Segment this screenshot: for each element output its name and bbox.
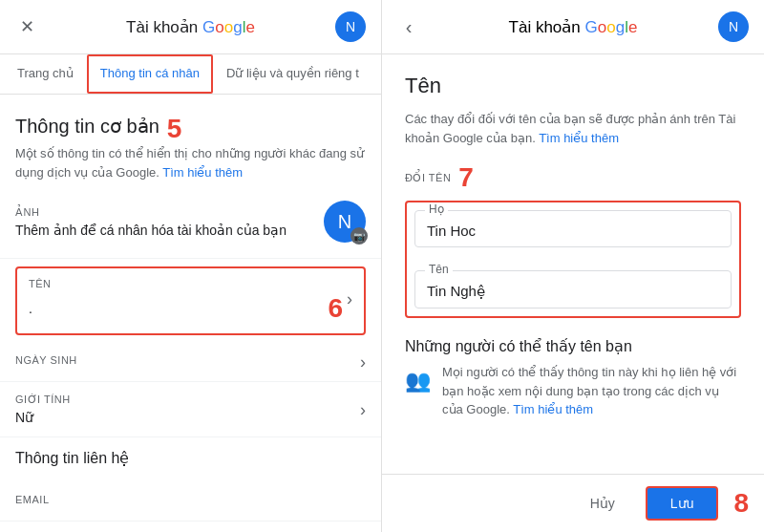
photo-left: ẢNH Thêm ảnh để cá nhân hóa tài khoản củ… xyxy=(15,206,286,238)
right-content: Tên Các thay đổi đối với tên của bạn sẽ … xyxy=(382,54,764,474)
person-group-icon: 👥 xyxy=(405,365,431,396)
photo-desc: Thêm ảnh để cá nhân hóa tài khoản của bạ… xyxy=(15,223,286,238)
right-desc-link[interactable]: Tìm hiểu thêm xyxy=(539,131,619,145)
step-7-badge: 7 xyxy=(458,162,474,193)
visibility-section: Những người có thể thấy tên bạn 👥 Mọi ng… xyxy=(405,337,741,419)
email-label: EMAIL xyxy=(15,494,366,505)
ten-arrow-icon: › xyxy=(347,288,352,309)
title-prefix: Tài khoản xyxy=(126,18,202,36)
avatar[interactable]: N xyxy=(335,11,366,42)
step-8-badge: 8 xyxy=(733,488,749,519)
right-header: ‹ Tài khoản Google N xyxy=(382,0,764,54)
left-panel: ✕ Tài khoản Google N Trang chủ Thông tin… xyxy=(0,0,382,532)
footer-buttons: Hủy Lưu 8 xyxy=(382,474,764,532)
email-row[interactable]: EMAIL xyxy=(0,482,381,521)
tab-trang-chu[interactable]: Trang chủ xyxy=(4,54,87,94)
ten-value: . xyxy=(29,301,32,316)
photo-row[interactable]: ẢNH Thêm ảnh để cá nhân hóa tài khoản củ… xyxy=(0,185,381,259)
ten-float-label: Tên xyxy=(425,263,453,276)
ten-label: TÊN xyxy=(29,278,352,289)
visibility-link[interactable]: Tìm hiểu thêm xyxy=(513,402,593,416)
ten-input-value[interactable]: Tin Nghệ xyxy=(427,279,719,300)
step-6-badge: 6 xyxy=(328,293,343,324)
tab-du-lieu[interactable]: Dữ liệu và quyền riêng t xyxy=(213,54,372,94)
right-description: Các thay đổi đối với tên của bạn sẽ được… xyxy=(405,110,741,147)
close-icon[interactable]: ✕ xyxy=(15,15,38,38)
camera-icon: 📷 xyxy=(350,227,368,245)
ho-float-label: Họ xyxy=(425,202,448,216)
ngay-sinh-label: NGÀY SINH xyxy=(15,354,366,366)
ngay-sinh-arrow-icon: › xyxy=(360,352,366,372)
right-header-title: Tài khoản Google xyxy=(428,17,718,37)
page-title: Tên xyxy=(405,74,741,98)
visibility-text: Mọi người có thể thấy thông tin này khi … xyxy=(442,363,741,419)
ho-input-container[interactable]: Họ Tin Hoc xyxy=(414,210,732,247)
lien-he-title: Thông tin liên hệ xyxy=(15,449,366,467)
right-title-prefix: Tài khoản xyxy=(509,18,585,36)
photo-avatar[interactable]: N 📷 xyxy=(324,201,366,243)
ngay-sinh-row[interactable]: NGÀY SINH › xyxy=(0,343,381,382)
left-content: Thông tin cơ bản 5 Một số thông tin có t… xyxy=(0,95,381,532)
left-header: ✕ Tài khoản Google N xyxy=(0,0,381,54)
doi-ten-section: ĐỔI TÊN 7 xyxy=(405,162,741,193)
left-header-title: Tài khoản Google xyxy=(46,17,335,37)
basic-info-title: Thông tin cơ bản xyxy=(15,115,159,138)
ho-input-value[interactable]: Tin Hoc xyxy=(427,219,719,239)
basic-info-header: Thông tin cơ bản 5 Một số thông tin có t… xyxy=(0,95,381,185)
basic-info-desc: Một số thông tin có thể hiển thị cho nhữ… xyxy=(15,144,366,181)
gioi-tinh-row[interactable]: GIỚI TÍNH Nữ › xyxy=(0,382,381,437)
visibility-row: 👥 Mọi người có thể thấy thông tin này kh… xyxy=(405,363,741,419)
tab-thong-tin[interactable]: Thông tin cá nhân xyxy=(87,54,213,94)
visibility-title: Những người có thể thấy tên bạn xyxy=(405,337,741,355)
gioi-tinh-label: GIỚI TÍNH xyxy=(15,394,366,406)
ten-input-container[interactable]: Tên Tin Nghệ xyxy=(414,270,732,309)
photo-label: ẢNH xyxy=(15,206,286,219)
basic-info-link[interactable]: Tìm hiểu thêm xyxy=(162,165,243,180)
cancel-button[interactable]: Hủy xyxy=(575,488,630,519)
right-avatar[interactable]: N xyxy=(718,11,749,42)
tabs-bar: Trang chủ Thông tin cá nhân Dữ liệu và q… xyxy=(0,54,381,95)
step-5-badge: 5 xyxy=(167,114,182,144)
ten-field-row[interactable]: TÊN . 6 › xyxy=(15,266,366,335)
back-icon[interactable]: ‹ xyxy=(397,15,420,38)
name-inputs-group: Họ Tin Hoc Tên Tin Nghệ xyxy=(405,201,741,318)
gioi-tinh-value: Nữ xyxy=(15,410,366,425)
save-button[interactable]: Lưu xyxy=(646,486,719,521)
gioi-tinh-arrow-icon: › xyxy=(360,399,366,419)
lien-he-section: Thông tin liên hệ xyxy=(0,449,381,482)
right-panel: ‹ Tài khoản Google N Tên Các thay đổi đố… xyxy=(382,0,764,532)
